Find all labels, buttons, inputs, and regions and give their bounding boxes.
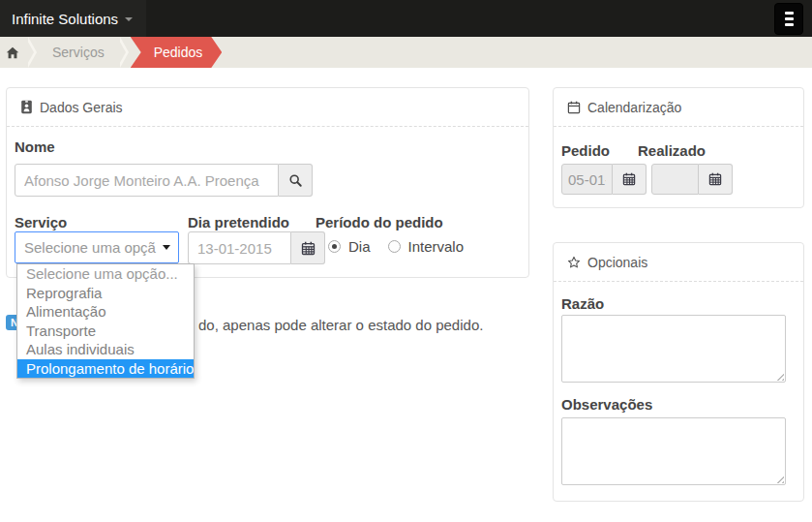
panel-title: Opcionais	[587, 255, 647, 270]
breadcrumb-servicos[interactable]: Serviços	[37, 37, 120, 68]
top-navbar: Infinite Solutions	[0, 0, 812, 37]
pedido-calendar-button[interactable]	[613, 164, 647, 195]
brand-menu[interactable]: Infinite Solutions	[0, 0, 146, 37]
servico-label: Serviço	[15, 214, 67, 230]
razao-textarea[interactable]	[561, 315, 786, 383]
dropdown-option[interactable]: Reprografia	[17, 284, 194, 303]
observacoes-textarea[interactable]	[561, 417, 786, 485]
servico-select[interactable]: Selecione uma opçã	[15, 231, 179, 263]
breadcrumb: Serviços Pedidos	[0, 37, 812, 68]
periodo-pedido-label: Período do pedido	[316, 214, 443, 230]
nome-label: Nome	[15, 138, 55, 155]
realizado-calendar-button[interactable]	[699, 164, 733, 195]
pedido-date-input[interactable]	[561, 164, 613, 195]
search-button[interactable]	[279, 164, 313, 197]
breadcrumb-separator-icon	[120, 37, 129, 68]
dia-pretendido-label: Dia pretendido	[188, 214, 289, 230]
dia-pretendido-input[interactable]	[188, 231, 291, 264]
search-icon	[288, 173, 303, 188]
servico-select-value: Selecione uma opçã	[24, 239, 159, 256]
select-arrow-icon	[163, 245, 170, 250]
razao-label: Razão	[561, 295, 604, 312]
panel-dados-gerais: Dados Gerais Nome Serviço Dia pretendido…	[6, 87, 529, 278]
realizado-date-input[interactable]	[651, 164, 699, 195]
observacoes-label: Observações	[561, 396, 652, 413]
note-text: do, apenas pode alterar o estado do pedi…	[198, 317, 483, 333]
panel-opcionais-header: Opcionais	[554, 243, 803, 282]
realizado-input-group	[651, 164, 733, 195]
dia-calendar-button[interactable]	[291, 231, 325, 264]
radio-intervalo[interactable]	[388, 240, 401, 253]
chevron-down-icon	[125, 17, 133, 21]
dropdown-option[interactable]: Aulas individuais	[17, 340, 194, 359]
pedido-label: Pedido	[561, 142, 610, 159]
radio-intervalo-label: Intervalo	[408, 238, 465, 255]
breadcrumb-pedidos: Pedidos	[131, 37, 223, 68]
panel-title: Dados Gerais	[40, 100, 123, 115]
servico-dropdown-list: Selecione uma opção... Reprografia Alime…	[16, 263, 195, 379]
panel-opcionais: Opcionais Razão Observações	[553, 242, 804, 502]
dropdown-option[interactable]: Selecione uma opção...	[17, 264, 194, 284]
id-badge-icon	[20, 100, 33, 114]
radio-dia[interactable]	[328, 240, 341, 253]
panel-title: Calendarização	[587, 100, 681, 115]
star-icon	[567, 256, 581, 269]
pedido-input-group	[561, 164, 647, 195]
calendar-icon	[708, 172, 722, 186]
calendar-icon	[622, 172, 636, 186]
nome-input-group	[15, 164, 313, 197]
brand-label: Infinite Solutions	[12, 11, 118, 27]
breadcrumb-separator-icon	[28, 37, 37, 68]
dropdown-option-highlighted[interactable]: Prolongamento de horário	[17, 359, 194, 379]
calendar-icon	[567, 101, 581, 114]
dropdown-option[interactable]: Alimentação	[17, 302, 194, 322]
realizado-label: Realizado	[638, 142, 706, 159]
radio-dia-label: Dia	[348, 238, 371, 255]
panel-calendarizacao-header: Calendarização	[554, 88, 803, 127]
home-icon	[6, 46, 19, 59]
nome-input[interactable]	[15, 164, 279, 197]
page: Infinite Solutions Serviços Pedidos	[0, 0, 812, 522]
panel-calendarizacao: Calendarização Pedido Realizado	[553, 87, 804, 208]
breadcrumb-home[interactable]	[0, 37, 28, 68]
dia-input-group	[188, 231, 325, 264]
dropdown-option[interactable]: Transporte	[17, 322, 194, 341]
panel-dados-gerais-header: Dados Gerais	[7, 88, 528, 127]
periodo-radio-group: Dia Intervalo	[328, 238, 473, 255]
menu-toggle-button[interactable]	[774, 3, 803, 35]
calendar-icon	[301, 241, 316, 256]
